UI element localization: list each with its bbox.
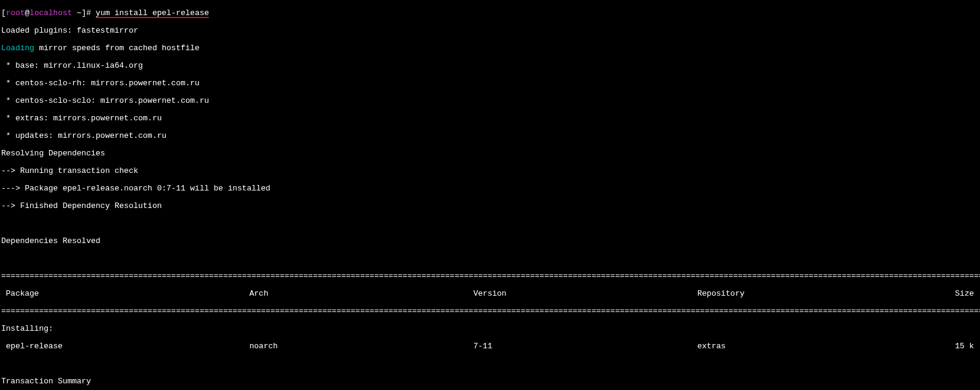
line-mirror-extras: * extras: mirrors.powernet.com.ru	[1, 114, 979, 123]
prompt-path: ~	[72, 8, 82, 18]
th-repository: Repository	[697, 290, 921, 299]
line-mirror-sclo: * centos-sclo-sclo: mirrors.powernet.com…	[1, 97, 979, 106]
line-loaded-plugins: Loaded plugins: fastestmirror	[1, 27, 979, 36]
line-dep-resolved: Dependencies Resolved	[1, 237, 979, 246]
table-header: Package Arch Version Repository Size	[1, 290, 979, 299]
line-mirror-base: * base: mirror.linux-ia64.org	[1, 62, 979, 71]
prompt-line-1: [root@localhost ~]# yum install epel-rel…	[1, 9, 979, 18]
td-repository: extras	[697, 342, 921, 351]
line-pkg-install: ---> Package epel-release.noarch 0:7-11 …	[1, 184, 979, 193]
line-loading: Loading mirror speeds from cached hostfi…	[1, 44, 979, 53]
terminal-output[interactable]: [root@localhost ~]# yum install epel-rel…	[0, 0, 980, 390]
prompt-bracket-open: [	[1, 8, 6, 18]
summary-title: Transaction Summary	[1, 377, 979, 386]
line-finished-dep: --> Finished Dependency Resolution	[1, 202, 979, 211]
table-row: epel-release noarch 7-11 extras 15 k	[1, 342, 979, 351]
td-package: epel-release	[1, 342, 249, 351]
command-text: yum install epel-release	[96, 9, 209, 18]
line-mirror-sclo-rh: * centos-sclo-rh: mirrors.powernet.com.r…	[1, 79, 979, 88]
line-mirror-updates: * updates: mirrors.powernet.com.ru	[1, 132, 979, 141]
prompt-user: root	[6, 8, 25, 18]
prompt-bracket-close: ]#	[82, 8, 96, 18]
th-package: Package	[1, 290, 249, 299]
blank-2	[1, 255, 979, 264]
td-arch: noarch	[249, 342, 473, 351]
separator-2: ========================================…	[1, 307, 979, 316]
separator-1: ========================================…	[1, 272, 979, 281]
th-version: Version	[473, 290, 697, 299]
th-size: Size	[921, 290, 979, 299]
loading-word: Loading	[1, 44, 35, 53]
td-version: 7-11	[473, 342, 697, 351]
prompt-host: localhost	[30, 8, 72, 18]
loading-rest: mirror speeds from cached hostfile	[35, 44, 200, 53]
blank-1	[1, 219, 979, 229]
blank-3	[1, 360, 979, 369]
th-arch: Arch	[249, 290, 473, 299]
td-size: 15 k	[921, 342, 979, 351]
line-resolving: Resolving Dependencies	[1, 149, 979, 158]
line-trans-check: --> Running transaction check	[1, 167, 979, 176]
prompt-at: @	[25, 8, 30, 18]
installing-label: Installing:	[1, 325, 979, 334]
